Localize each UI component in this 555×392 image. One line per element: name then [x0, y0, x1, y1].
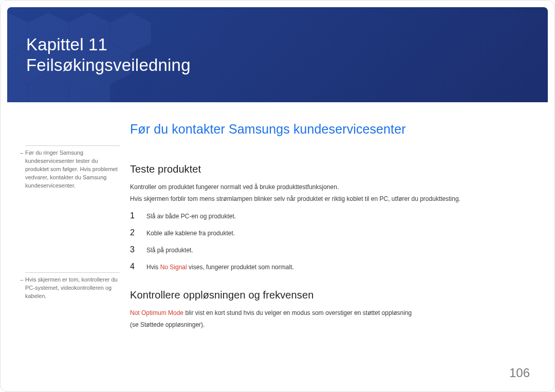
content-area: – Før du ringer Samsung kundeservicesent…	[1, 119, 554, 391]
step-number: 4	[130, 262, 138, 271]
dash-icon: –	[20, 276, 23, 284]
chapter-hero-banner: Kapittel 11 Feilsøkingsveiledning	[7, 7, 548, 102]
step-item: 1 Slå av både PC-en og produktet.	[130, 211, 524, 221]
chapter-title: Feilsøkingsveiledning	[26, 55, 191, 75]
chapter-number-label: Kapittel 11	[26, 35, 107, 54]
resfreq-paragraph-1: Not Optimum Mode blir vist en kort stund…	[130, 308, 524, 318]
step-item: 3 Slå på produktet.	[130, 245, 524, 255]
resfreq-paragraph-2: (se Støttede oppløsninger).	[130, 320, 524, 330]
side-note-2-text: Hvis skjermen er tom, kontrollerer du PC…	[25, 276, 118, 299]
highlight-not-optimum: Not Optimum Mode	[130, 309, 183, 316]
step-text: Hvis No Signal vises, fungerer produktet…	[146, 263, 294, 272]
test-paragraph-1: Kontroller om produktet fungerer normalt…	[130, 182, 524, 192]
steps-list: 1 Slå av både PC-en og produktet. 2 Kobl…	[130, 211, 524, 271]
step-number: 1	[130, 211, 138, 220]
resolution-frequency-heading: Kontrollere oppløsningen og frekvensen	[130, 289, 524, 301]
step-item: 4 Hvis No Signal vises, fungerer produkt…	[130, 262, 524, 272]
side-note-2: – Hvis skjermen er tom, kontrollerer du …	[25, 272, 120, 301]
cube-pattern-svg	[7, 7, 202, 102]
step-item: 2 Koble alle kablene fra produktet.	[130, 228, 524, 238]
side-note-1: – Før du ringer Samsung kundeservicesent…	[25, 145, 120, 190]
document-page: Kapittel 11 Feilsøkingsveiledning – Før …	[0, 0, 555, 392]
hero-background-pattern	[7, 7, 548, 102]
sidebar-notes: – Før du ringer Samsung kundeservicesent…	[1, 119, 130, 391]
step-text: Koble alle kablene fra produktet.	[146, 229, 235, 238]
section-heading: Før du kontakter Samsungs kundeservicese…	[130, 122, 524, 137]
step-number: 2	[130, 228, 138, 237]
dash-icon: –	[20, 149, 23, 157]
step-number: 3	[130, 245, 138, 254]
side-note-1-text: Før du ringer Samsung kundeservicesenter…	[25, 150, 118, 189]
test-paragraph-2: Hvis skjermen forblir tom mens strømlamp…	[130, 194, 524, 204]
page-number: 106	[509, 366, 530, 380]
highlight-no-signal: No Signal	[160, 264, 187, 271]
test-product-heading: Teste produktet	[130, 163, 524, 175]
main-content: Før du kontakter Samsungs kundeservicese…	[130, 119, 554, 391]
step-text: Slå av både PC-en og produktet.	[146, 212, 236, 221]
step-text: Slå på produktet.	[146, 246, 193, 255]
